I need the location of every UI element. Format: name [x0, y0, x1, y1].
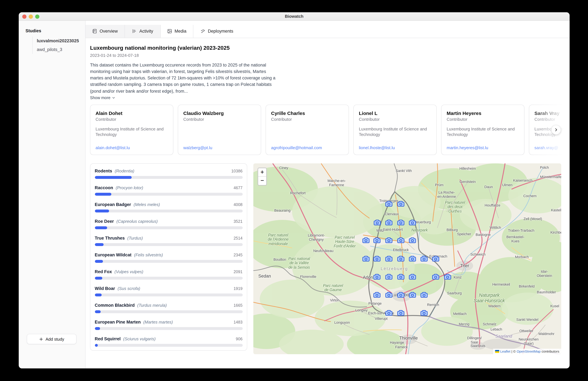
- camera-marker-icon[interactable]: [409, 273, 416, 280]
- sidebar-item-study[interactable]: luxvalmoni20223025: [33, 37, 85, 45]
- tab-label: Overview: [100, 29, 118, 34]
- activity-chart-icon: [132, 29, 137, 34]
- zoom-out-button[interactable]: −: [258, 177, 266, 185]
- page-title: Luxembourg national monitoring (valerian…: [90, 45, 570, 51]
- camera-marker-icon[interactable]: [362, 255, 370, 262]
- contributor-email-link[interactable]: martin.heyeres@list.lu: [447, 145, 519, 150]
- minimize-window-button[interactable]: [29, 14, 33, 19]
- camera-marker-icon[interactable]: [409, 219, 416, 226]
- camera-marker-icon[interactable]: [397, 255, 404, 262]
- add-study-button[interactable]: Add study: [27, 334, 77, 344]
- camera-marker-icon[interactable]: [444, 273, 451, 280]
- species-count: 1919: [233, 286, 243, 291]
- species-bar-fill: [95, 226, 107, 229]
- zoom-in-button[interactable]: +: [258, 168, 266, 177]
- species-bar-track: [95, 210, 243, 212]
- species-latin-name: (Rodentia): [115, 169, 134, 173]
- camera-marker-icon[interactable]: [385, 273, 392, 280]
- contributor-role: Contributor: [183, 117, 256, 122]
- camera-marker-icon[interactable]: [385, 237, 392, 244]
- cctv-camera-icon: [200, 29, 205, 34]
- leaflet-link[interactable]: Leaflet: [500, 349, 510, 353]
- carousel-next-button[interactable]: [551, 125, 561, 135]
- contributor-email-link[interactable]: walzberg@pt.lu: [183, 145, 256, 150]
- tab-activity[interactable]: Activity: [125, 25, 161, 38]
- camera-marker-icon[interactable]: [420, 255, 428, 262]
- tab-media[interactable]: Media: [161, 25, 193, 38]
- species-count: 1665: [233, 303, 243, 308]
- species-latin-name: (Procyon lotor): [116, 185, 143, 190]
- contributor-organization: Luxembourg Institute of Science and Tech…: [96, 126, 168, 137]
- close-window-button[interactable]: [22, 14, 26, 19]
- add-study-label: Add study: [45, 336, 64, 341]
- contributor-email-link[interactable]: agrofripouille@hotmail.com: [271, 145, 343, 150]
- camera-marker-icon[interactable]: [385, 310, 392, 316]
- species-bar-track: [95, 226, 243, 229]
- camera-marker-icon[interactable]: [397, 219, 404, 226]
- camera-marker-icon[interactable]: [409, 291, 416, 298]
- species-row: True Thrushes (Turdus) 2514: [95, 236, 243, 252]
- camera-marker-icon[interactable]: [385, 201, 392, 207]
- show-more-button[interactable]: Show more: [90, 96, 116, 100]
- camera-marker-icon[interactable]: [397, 201, 404, 207]
- contributor-role: Contributor: [447, 117, 519, 122]
- notebook-icon: [92, 29, 97, 34]
- show-more-label: Show more: [90, 96, 110, 100]
- traffic-lights: [22, 14, 39, 19]
- species-row: European Pine Marten (Martes martes) 148…: [95, 320, 243, 336]
- camera-marker-icon[interactable]: [373, 291, 380, 298]
- camera-marker-icon[interactable]: [373, 237, 380, 244]
- species-row: Red Squirrel (Sciurus vulgaris) 906: [95, 336, 243, 351]
- ukraine-flag-icon: [495, 350, 499, 353]
- contributor-card: Lionel L Contributor Luxembourg Institut…: [353, 105, 437, 155]
- contributor-role: Contributor: [96, 117, 168, 122]
- species-common-name: Raccoon: [95, 185, 113, 190]
- app-window: Biowatch Studies luxvalmoni20223025 awd_…: [19, 12, 570, 368]
- camera-marker-icon[interactable]: [397, 273, 404, 280]
- species-common-name: Roe Deer: [95, 219, 114, 224]
- camera-marker-icon[interactable]: [397, 310, 404, 316]
- species-count: 4677: [233, 186, 243, 190]
- tab-overview[interactable]: Overview: [85, 25, 125, 38]
- map-attribution: Leaflet | © OpenStreetMap contributors: [493, 349, 561, 354]
- species-bar-track: [95, 176, 243, 179]
- contributor-email-link[interactable]: lionel.lhoste@list.lu: [359, 145, 431, 150]
- contributor-email-link[interactable]: sarah.vray@: [534, 145, 570, 150]
- sidebar-item-study[interactable]: awd_pilots_3: [33, 45, 85, 54]
- species-row: Red Fox (Vulpes vulpes) 2091: [95, 269, 243, 286]
- species-bar-fill: [95, 243, 104, 246]
- zoom-window-button[interactable]: [35, 14, 39, 19]
- tab-deployments[interactable]: Deployments: [193, 25, 240, 38]
- camera-marker-icon[interactable]: [385, 219, 392, 226]
- titlebar[interactable]: Biowatch: [19, 12, 570, 21]
- camera-marker-icon[interactable]: [397, 237, 404, 244]
- species-latin-name: (Felis silvestris): [134, 252, 163, 257]
- contributor-name: Alain Dohet: [96, 111, 168, 116]
- contributors-row: Alain Dohet Contributor Luxembourg Insti…: [90, 105, 570, 155]
- camera-marker-icon[interactable]: [432, 255, 439, 262]
- camera-marker-icon[interactable]: [420, 291, 428, 298]
- species-latin-name: (Meles meles): [134, 202, 160, 207]
- camera-marker-icon[interactable]: [374, 219, 381, 226]
- tab-label: Activity: [139, 29, 153, 34]
- species-count: 2514: [233, 236, 243, 241]
- species-common-name: Wild Boar: [95, 286, 115, 291]
- camera-marker-icon[interactable]: [397, 291, 404, 298]
- contributor-email-link[interactable]: alain.dohet@list.lu: [96, 145, 168, 150]
- camera-marker-icon[interactable]: [432, 273, 439, 280]
- camera-marker-icon[interactable]: [385, 291, 392, 298]
- camera-marker-icon[interactable]: [409, 255, 416, 262]
- openstreetmap-link[interactable]: OpenStreetMap: [517, 349, 541, 353]
- camera-marker-icon[interactable]: [373, 255, 380, 262]
- deployments-map[interactable]: CineyMarche-en- FamenneRochefortBeaurain…: [253, 163, 561, 354]
- camera-marker-icon[interactable]: [373, 273, 380, 280]
- camera-marker-icon[interactable]: [385, 255, 392, 262]
- image-icon: [167, 29, 172, 34]
- camera-marker-icon[interactable]: [362, 237, 370, 244]
- camera-marker-icon[interactable]: [409, 237, 416, 244]
- species-count: 1483: [233, 320, 243, 324]
- date-range: 2023-01-24 to 2024-07-18: [90, 53, 570, 58]
- species-bar-fill: [95, 277, 102, 280]
- camera-marker-icon[interactable]: [420, 310, 428, 316]
- attribution-separator: | ©: [511, 349, 516, 353]
